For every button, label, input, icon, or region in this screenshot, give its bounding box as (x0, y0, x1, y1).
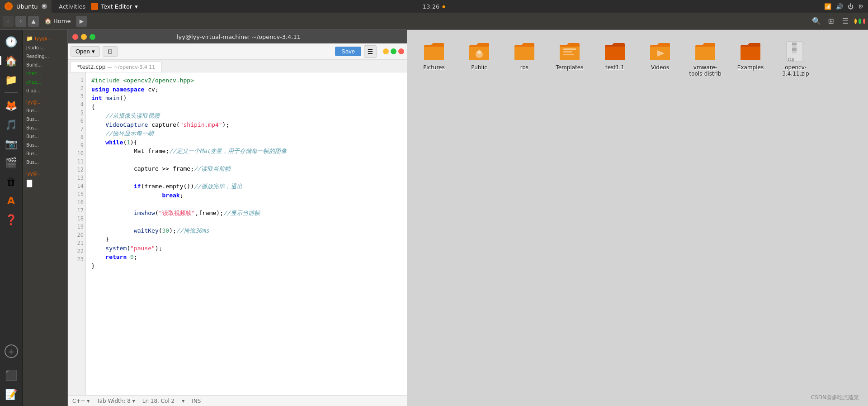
tab-width-selector[interactable]: Tab Width: 8 ▾ (97, 398, 135, 404)
editor-maximize-button[interactable] (90, 34, 95, 40)
minimize-icon[interactable] (854, 19, 857, 24)
menu-button[interactable]: ☰ (840, 16, 851, 27)
left-panel-item-check[interactable]: chec... (23, 69, 67, 78)
search-button[interactable]: 🔍 (811, 16, 822, 27)
activities-button[interactable]: Activities (59, 3, 85, 10)
left-panel-item-0up[interactable]: 0 up... (23, 86, 67, 95)
desktop-area: Pictures Public (407, 30, 868, 406)
editor-tab-test2[interactable]: *test2.cpp — ~/opencv-3.4.11 (71, 62, 162, 72)
dock-item-files[interactable]: 📁 (3, 72, 19, 88)
nav-right-arrow-button[interactable]: ▶ (76, 16, 87, 27)
app-name-menu[interactable]: Text Editor ▾ (91, 3, 137, 10)
settings-tray-icon[interactable]: ⚙ (858, 3, 863, 10)
left-panel-item-sudo[interactable]: [sudo]... (23, 43, 67, 52)
desktop-icon-public[interactable]: Public (461, 39, 497, 72)
opencv-zip-label: opencv-3.4.11.zip (779, 64, 812, 77)
files-dock-icon: 📁 (5, 74, 17, 86)
position-label[interactable]: Ln 18, Col 2 (142, 398, 175, 404)
nav-back-button[interactable]: ‹ (3, 16, 14, 27)
editor-close-button[interactable] (72, 34, 78, 40)
power-icon[interactable]: ⏻ (848, 3, 854, 10)
left-panel-item-bus2[interactable]: Bus... (23, 115, 67, 124)
view-toggle-button[interactable]: ⊞ (826, 16, 836, 27)
texteditor-dock-icon: 📝 (5, 389, 17, 400)
left-panel-item-build[interactable]: Build... (23, 61, 67, 69)
dock-item-home[interactable]: 🏠 (3, 53, 19, 69)
bus7-label: Bus... (26, 160, 39, 165)
left-panel-item-check2[interactable]: chee... (23, 78, 67, 86)
app-menu-chevron-icon: ▾ (135, 3, 138, 10)
dock-item-music[interactable]: 🎵 (3, 116, 19, 133)
desktop-icons-container: Pictures Public (407, 30, 868, 88)
open-chevron-icon: ▾ (92, 48, 95, 55)
volume-icon[interactable]: 🔊 (836, 3, 843, 10)
left-panel-item-lyy[interactable]: 📁 lyy@... (23, 33, 67, 43)
clock-dock-icon: 🕐 (5, 36, 17, 48)
editor-win-maximize-button[interactable] (391, 48, 396, 54)
left-panel-item-lyy3[interactable]: lyy@... (23, 169, 67, 178)
left-panel-item-bus1[interactable]: Bus... (23, 106, 67, 115)
desktop-icon-videos[interactable]: Videos (642, 39, 678, 72)
videos-label: Videos (651, 64, 669, 71)
dock-item-help[interactable]: ❓ (3, 211, 19, 228)
dock-item-terminal[interactable]: ⬛ (3, 367, 19, 383)
svg-rect-4 (563, 54, 574, 55)
line-numbers: 12345 678910 1112131415 1617181920 21222… (68, 72, 86, 395)
left-panel-item-reading[interactable]: Reading... (23, 52, 67, 61)
language-selector[interactable]: C++ ▾ (72, 398, 90, 404)
dock-item-firefox[interactable]: 🦊 (3, 97, 19, 114)
left-panel-item-bus7[interactable]: Bus... (23, 158, 67, 167)
home-button[interactable]: 🏠 Home (41, 16, 74, 26)
left-panel-item-bus4[interactable]: Bus... (23, 132, 67, 141)
left-panel-item-bus6[interactable]: Bus... (23, 149, 67, 158)
hamburger-menu-button[interactable]: ☰ (364, 45, 377, 58)
template-button[interactable]: ⊡ (103, 46, 118, 57)
nav-forward-button[interactable]: › (15, 16, 26, 27)
examples-label: Examples (737, 64, 764, 71)
desktop-icon-test11[interactable]: test1.1 (597, 39, 633, 72)
help-dock-icon: ❓ (5, 214, 17, 225)
maximize-icon[interactable] (859, 19, 861, 24)
ros-label: ros (520, 64, 528, 71)
dock-item-camera[interactable]: 📷 (3, 135, 19, 152)
desktop-icon-opencv-zip[interactable]: zip opencv-3.4.11.zip (778, 39, 814, 79)
reading-label: Reading... (26, 54, 49, 59)
dock-item-trash[interactable]: 🗑 (3, 173, 19, 190)
svg-rect-2 (563, 48, 576, 50)
ubuntu-tab-label: Ubuntu (16, 3, 38, 10)
window-controls[interactable] (854, 16, 865, 27)
desktop-icon-ros[interactable]: ros (506, 39, 542, 72)
left-panel-item-cursor[interactable]: █ (23, 178, 67, 189)
camera-dock-icon: 📷 (5, 138, 17, 149)
dock-add-button[interactable]: + (5, 344, 18, 358)
check2-label: chee... (26, 80, 42, 85)
open-button[interactable]: Open ▾ (71, 46, 100, 57)
network-icon[interactable]: 📶 (824, 3, 831, 10)
editor-minimize-button[interactable] (81, 34, 87, 40)
save-button[interactable]: Save (335, 47, 361, 56)
lyy-label: lyy@... (35, 36, 52, 42)
insert-mode-label[interactable]: INS (192, 398, 201, 404)
svg-rect-3 (563, 51, 572, 53)
editor-win-close-button[interactable] (398, 48, 404, 54)
dock-item-app-store[interactable]: A (3, 192, 19, 209)
top-right-icons: 🔍 ⊞ ☰ (811, 16, 865, 27)
left-panel-item-bus3[interactable]: Bus... (23, 124, 67, 132)
dock-item-video[interactable]: 🎬 (3, 154, 19, 171)
dock-item-clock[interactable]: 🕐 (3, 33, 19, 50)
desktop-icon-templates[interactable]: Templates (552, 39, 588, 72)
dock-item-texteditor[interactable]: 📝 (3, 386, 19, 402)
code-area[interactable]: #include <opencv2/opencv.hpp> using name… (86, 72, 407, 395)
close-tab-button[interactable]: ✕ (42, 4, 47, 9)
editor-win-minimize-button[interactable] (383, 48, 389, 54)
left-panel-item-lyy2[interactable]: lyy@... (23, 98, 67, 106)
up-label: 0 up... (26, 88, 41, 93)
left-panel-item-bus5[interactable]: Bus... (23, 141, 67, 149)
close-icon[interactable] (863, 19, 865, 24)
tab-width-label: Tab Width: 8 (97, 398, 130, 404)
app-icon (91, 3, 98, 10)
desktop-icon-vmware[interactable]: vmware-tools-distrib (687, 39, 723, 79)
desktop-icon-pictures[interactable]: Pictures (416, 39, 452, 72)
desktop-icon-examples[interactable]: Examples (732, 39, 769, 72)
nav-up-button[interactable]: ▲ (28, 16, 39, 27)
